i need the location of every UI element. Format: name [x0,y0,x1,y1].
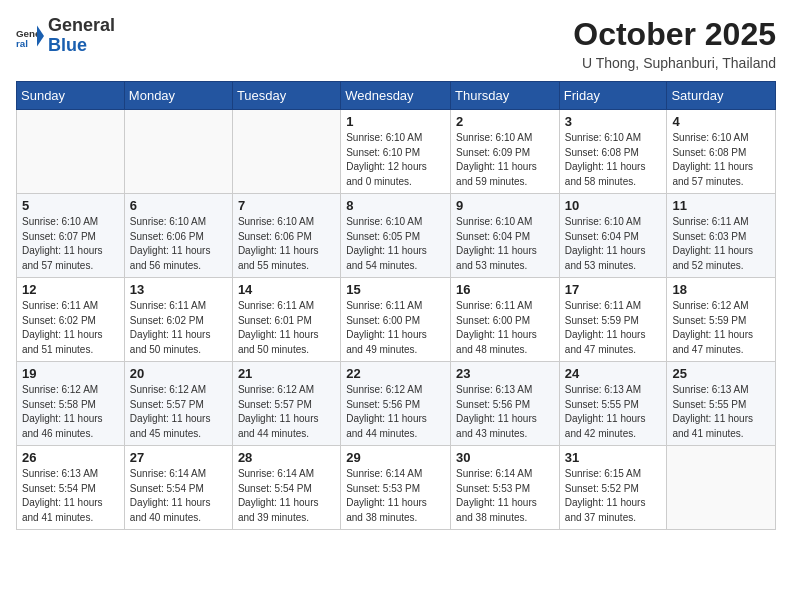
cell-info: Sunrise: 6:13 AM Sunset: 5:56 PM Dayligh… [456,383,554,441]
cell-info: Sunrise: 6:11 AM Sunset: 6:02 PM Dayligh… [130,299,227,357]
day-number: 25 [672,366,770,381]
day-number: 14 [238,282,335,297]
col-header-wednesday: Wednesday [341,82,451,110]
cell-info: Sunrise: 6:10 AM Sunset: 6:09 PM Dayligh… [456,131,554,189]
cell-info: Sunrise: 6:13 AM Sunset: 5:54 PM Dayligh… [22,467,119,525]
logo-icon: Gene ral [16,22,44,50]
calendar-week-row: 1Sunrise: 6:10 AM Sunset: 6:10 PM Daylig… [17,110,776,194]
day-number: 24 [565,366,662,381]
calendar-cell: 20Sunrise: 6:12 AM Sunset: 5:57 PM Dayli… [124,362,232,446]
calendar-cell: 15Sunrise: 6:11 AM Sunset: 6:00 PM Dayli… [341,278,451,362]
logo-blue-text: Blue [48,36,115,56]
cell-info: Sunrise: 6:10 AM Sunset: 6:06 PM Dayligh… [130,215,227,273]
col-header-thursday: Thursday [451,82,560,110]
cell-info: Sunrise: 6:10 AM Sunset: 6:07 PM Dayligh… [22,215,119,273]
calendar-cell [17,110,125,194]
day-number: 8 [346,198,445,213]
calendar-cell: 30Sunrise: 6:14 AM Sunset: 5:53 PM Dayli… [451,446,560,530]
logo-general-text: General [48,16,115,36]
day-number: 7 [238,198,335,213]
calendar-week-row: 12Sunrise: 6:11 AM Sunset: 6:02 PM Dayli… [17,278,776,362]
cell-info: Sunrise: 6:12 AM Sunset: 5:56 PM Dayligh… [346,383,445,441]
day-number: 3 [565,114,662,129]
calendar-cell: 1Sunrise: 6:10 AM Sunset: 6:10 PM Daylig… [341,110,451,194]
calendar-cell: 7Sunrise: 6:10 AM Sunset: 6:06 PM Daylig… [232,194,340,278]
calendar-cell: 29Sunrise: 6:14 AM Sunset: 5:53 PM Dayli… [341,446,451,530]
calendar-cell: 10Sunrise: 6:10 AM Sunset: 6:04 PM Dayli… [559,194,667,278]
cell-info: Sunrise: 6:11 AM Sunset: 6:02 PM Dayligh… [22,299,119,357]
cell-info: Sunrise: 6:12 AM Sunset: 5:57 PM Dayligh… [238,383,335,441]
cell-info: Sunrise: 6:12 AM Sunset: 5:57 PM Dayligh… [130,383,227,441]
calendar-cell: 11Sunrise: 6:11 AM Sunset: 6:03 PM Dayli… [667,194,776,278]
cell-info: Sunrise: 6:10 AM Sunset: 6:08 PM Dayligh… [565,131,662,189]
col-header-tuesday: Tuesday [232,82,340,110]
calendar-cell: 19Sunrise: 6:12 AM Sunset: 5:58 PM Dayli… [17,362,125,446]
calendar-cell: 14Sunrise: 6:11 AM Sunset: 6:01 PM Dayli… [232,278,340,362]
calendar-cell: 4Sunrise: 6:10 AM Sunset: 6:08 PM Daylig… [667,110,776,194]
cell-info: Sunrise: 6:14 AM Sunset: 5:54 PM Dayligh… [238,467,335,525]
calendar-cell [232,110,340,194]
cell-info: Sunrise: 6:11 AM Sunset: 6:00 PM Dayligh… [456,299,554,357]
day-number: 6 [130,198,227,213]
day-number: 19 [22,366,119,381]
cell-info: Sunrise: 6:13 AM Sunset: 5:55 PM Dayligh… [672,383,770,441]
day-number: 22 [346,366,445,381]
day-number: 30 [456,450,554,465]
day-number: 4 [672,114,770,129]
day-number: 17 [565,282,662,297]
cell-info: Sunrise: 6:10 AM Sunset: 6:06 PM Dayligh… [238,215,335,273]
cell-info: Sunrise: 6:11 AM Sunset: 5:59 PM Dayligh… [565,299,662,357]
day-number: 11 [672,198,770,213]
day-number: 15 [346,282,445,297]
col-header-friday: Friday [559,82,667,110]
day-number: 9 [456,198,554,213]
calendar-cell: 25Sunrise: 6:13 AM Sunset: 5:55 PM Dayli… [667,362,776,446]
cell-info: Sunrise: 6:10 AM Sunset: 6:08 PM Dayligh… [672,131,770,189]
cell-info: Sunrise: 6:10 AM Sunset: 6:04 PM Dayligh… [456,215,554,273]
day-number: 31 [565,450,662,465]
cell-info: Sunrise: 6:13 AM Sunset: 5:55 PM Dayligh… [565,383,662,441]
calendar-week-row: 19Sunrise: 6:12 AM Sunset: 5:58 PM Dayli… [17,362,776,446]
day-number: 10 [565,198,662,213]
cell-info: Sunrise: 6:15 AM Sunset: 5:52 PM Dayligh… [565,467,662,525]
calendar-cell [124,110,232,194]
day-number: 2 [456,114,554,129]
day-number: 27 [130,450,227,465]
calendar-cell: 8Sunrise: 6:10 AM Sunset: 6:05 PM Daylig… [341,194,451,278]
day-number: 23 [456,366,554,381]
calendar-cell: 13Sunrise: 6:11 AM Sunset: 6:02 PM Dayli… [124,278,232,362]
day-number: 28 [238,450,335,465]
day-number: 12 [22,282,119,297]
calendar-week-row: 5Sunrise: 6:10 AM Sunset: 6:07 PM Daylig… [17,194,776,278]
calendar-week-row: 26Sunrise: 6:13 AM Sunset: 5:54 PM Dayli… [17,446,776,530]
calendar-cell: 6Sunrise: 6:10 AM Sunset: 6:06 PM Daylig… [124,194,232,278]
cell-info: Sunrise: 6:11 AM Sunset: 6:01 PM Dayligh… [238,299,335,357]
cell-info: Sunrise: 6:10 AM Sunset: 6:04 PM Dayligh… [565,215,662,273]
title-block: October 2025 U Thong, Suphanburi, Thaila… [573,16,776,71]
day-number: 26 [22,450,119,465]
calendar-cell: 23Sunrise: 6:13 AM Sunset: 5:56 PM Dayli… [451,362,560,446]
day-number: 5 [22,198,119,213]
calendar-table: SundayMondayTuesdayWednesdayThursdayFrid… [16,81,776,530]
cell-info: Sunrise: 6:14 AM Sunset: 5:53 PM Dayligh… [456,467,554,525]
calendar-header-row: SundayMondayTuesdayWednesdayThursdayFrid… [17,82,776,110]
svg-text:ral: ral [16,38,28,49]
calendar-cell: 26Sunrise: 6:13 AM Sunset: 5:54 PM Dayli… [17,446,125,530]
day-number: 13 [130,282,227,297]
location-subtitle: U Thong, Suphanburi, Thailand [573,55,776,71]
month-title: October 2025 [573,16,776,53]
calendar-cell [667,446,776,530]
calendar-cell: 21Sunrise: 6:12 AM Sunset: 5:57 PM Dayli… [232,362,340,446]
day-number: 18 [672,282,770,297]
calendar-cell: 31Sunrise: 6:15 AM Sunset: 5:52 PM Dayli… [559,446,667,530]
day-number: 21 [238,366,335,381]
cell-info: Sunrise: 6:11 AM Sunset: 6:00 PM Dayligh… [346,299,445,357]
cell-info: Sunrise: 6:14 AM Sunset: 5:53 PM Dayligh… [346,467,445,525]
calendar-cell: 16Sunrise: 6:11 AM Sunset: 6:00 PM Dayli… [451,278,560,362]
calendar-cell: 2Sunrise: 6:10 AM Sunset: 6:09 PM Daylig… [451,110,560,194]
cell-info: Sunrise: 6:11 AM Sunset: 6:03 PM Dayligh… [672,215,770,273]
calendar-cell: 22Sunrise: 6:12 AM Sunset: 5:56 PM Dayli… [341,362,451,446]
calendar-cell: 3Sunrise: 6:10 AM Sunset: 6:08 PM Daylig… [559,110,667,194]
cell-info: Sunrise: 6:14 AM Sunset: 5:54 PM Dayligh… [130,467,227,525]
col-header-sunday: Sunday [17,82,125,110]
